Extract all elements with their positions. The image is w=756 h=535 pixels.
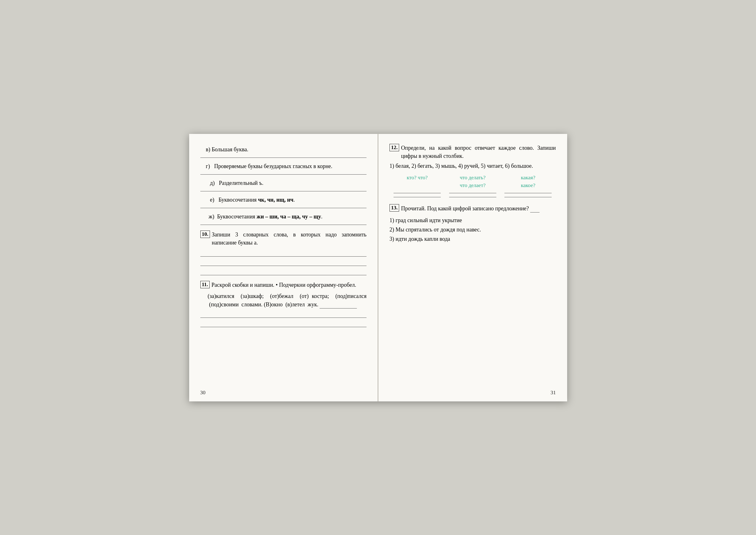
- rule-d-text: д) Разделительный ъ.: [206, 179, 367, 187]
- task-13-sentences: 1) град сильный идти укрытие 2) Мы спрят…: [390, 216, 556, 243]
- task-12: 12. Определи, на какой вопрос отвечает к…: [390, 144, 556, 197]
- task-11: 11. Раскрой скобки и напиши. • Подчеркни…: [200, 281, 367, 327]
- rule-g-line: [200, 172, 367, 175]
- page-right: 12. Определи, на какой вопрос отвечает к…: [378, 134, 567, 401]
- rule-d-line: [200, 189, 367, 191]
- task-11-text: Раскрой скобки и напиши. • Подчеркни орф…: [211, 281, 356, 289]
- page-number-right: 31: [551, 390, 556, 396]
- task-10-line3: [200, 273, 367, 275]
- col-kakaya: какая? какое?: [500, 174, 556, 189]
- task-12-words: 1) белая, 2) бегать, 3) мышь, 4) ручей, …: [390, 162, 556, 170]
- rule-zh-line: [200, 222, 367, 225]
- ans-col-1: [390, 191, 445, 197]
- task-10-line1: [200, 254, 367, 257]
- rule-v-text: в) Большая буква.: [206, 145, 367, 154]
- page-number-left: 30: [200, 390, 205, 396]
- sentence-2: 2) Мы спрятались от дождя под навес.: [390, 226, 556, 234]
- task-11-header: 11. Раскрой скобки и напиши. • Подчеркни…: [200, 281, 367, 289]
- sentence-3: 3) идти дождь капли вода: [390, 235, 556, 243]
- col-kto: кто? что?: [390, 174, 445, 189]
- task-12-text: Определи, на какой вопрос отвечает каждо…: [401, 144, 556, 160]
- section-rule-e: е) Буквосочетания чк, чн, нщ, нч.: [200, 196, 367, 208]
- ans-col-3: [500, 191, 556, 197]
- book-spread: в) Большая буква. г) Проверяемые буквы б…: [189, 134, 567, 401]
- task-12-number: 12.: [390, 144, 399, 151]
- rule-e-line: [200, 206, 367, 208]
- task-13-text: Прочитай. Под какой цифрой записано пред…: [401, 204, 540, 212]
- col-chto-delat: что делать? что делает?: [445, 174, 501, 189]
- task-12-columns: кто? что? что делать? что делает? какая?…: [390, 174, 556, 189]
- rule-g-text: г) Проверяемые буквы безударных гласных …: [206, 162, 367, 170]
- section-rule-d: д) Разделительный ъ.: [200, 179, 367, 191]
- section-rule-g: г) Проверяемые буквы безударных гласных …: [200, 162, 367, 175]
- task-13-header: 13. Прочитай. Под какой цифрой записано …: [390, 204, 556, 212]
- section-rule-zh: ж) Буквосочетания жи – ши, ча – ща, чу –…: [200, 212, 367, 225]
- task-10-number: 10.: [200, 231, 210, 238]
- task-13-number: 13.: [390, 204, 399, 211]
- sentence-1: 1) град сильный идти укрытие: [390, 216, 556, 225]
- rule-zh-text: ж) Буквосочетания жи – ши, ча – ща, чу –…: [206, 212, 367, 221]
- task-10: 10. Запиши 3 словарных слова, в которых …: [200, 231, 367, 275]
- task-11-number: 11.: [200, 281, 210, 288]
- task-11-content: (за)катился (за)шкаф; (от)бежал (от) кос…: [208, 292, 367, 308]
- rule-v-line: [200, 155, 367, 158]
- task-10-text: Запиши 3 словарных слова, в которых надо…: [212, 231, 366, 247]
- task-11-line1: [200, 315, 367, 318]
- task-11-line2: [200, 325, 367, 327]
- task-13: 13. Прочитай. Под какой цифрой записано …: [390, 204, 556, 243]
- ans-col-2: [445, 191, 501, 197]
- section-rule-v: в) Большая буква.: [200, 145, 367, 158]
- rule-e-text: е) Буквосочетания чк, чн, нщ, нч.: [206, 196, 367, 204]
- task-10-header: 10. Запиши 3 словарных слова, в которых …: [200, 231, 367, 247]
- page-left: в) Большая буква. г) Проверяемые буквы б…: [189, 134, 379, 401]
- task-12-answer-lines: [390, 191, 556, 197]
- task-10-line2: [200, 264, 367, 266]
- task-12-header: 12. Определи, на какой вопрос отвечает к…: [390, 144, 556, 160]
